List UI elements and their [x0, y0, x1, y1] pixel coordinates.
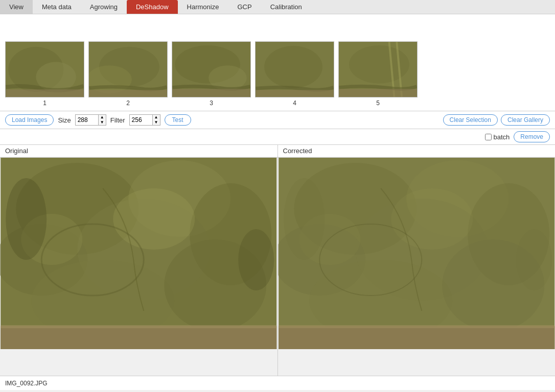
- controls-bar2-right: batch Remove: [485, 131, 550, 142]
- tab-bar: View Meta data Agrowing DeShadow Harmoni…: [0, 0, 555, 14]
- gallery-thumb-2[interactable]: 2: [88, 41, 168, 107]
- filter-label: Filter: [110, 116, 125, 124]
- gallery-thumb-img-5: [338, 41, 418, 97]
- gallery-thumb-4[interactable]: 4: [255, 41, 334, 107]
- tab-agrowing[interactable]: Agrowing: [81, 0, 127, 14]
- clear-gallery-button[interactable]: Clear Gallery: [501, 114, 550, 126]
- gallery-thumb-label-5: 5: [376, 100, 380, 107]
- controls-bar-2: batch Remove: [0, 129, 555, 145]
- load-images-button[interactable]: Load Images: [5, 114, 54, 126]
- svg-rect-11: [172, 89, 250, 97]
- gallery-thumb-img-3: [172, 41, 251, 97]
- svg-rect-31: [1, 326, 276, 349]
- corrected-panel: Corrected: [278, 145, 556, 376]
- comparison-wrapper: Original: [0, 145, 555, 376]
- tab-metadata[interactable]: Meta data: [33, 0, 81, 14]
- corrected-image: [278, 158, 556, 349]
- svg-point-33: [6, 178, 47, 260]
- corrected-image-container: [278, 158, 556, 349]
- svg-point-49: [516, 229, 552, 290]
- gallery-thumb-3[interactable]: 3: [172, 41, 251, 107]
- test-button[interactable]: Test: [165, 114, 191, 126]
- svg-rect-46: [279, 326, 554, 349]
- svg-rect-47: [279, 325, 554, 328]
- corrected-label: Corrected: [278, 145, 556, 157]
- size-spinner: ▲ ▼: [98, 114, 106, 126]
- tab-harmonize[interactable]: Harmonize: [178, 0, 228, 14]
- gallery-thumb-1[interactable]: 1: [5, 41, 84, 107]
- controls-left: Load Images Size ▲ ▼ Filter ▲ ▼ Test: [5, 114, 439, 126]
- tab-calibration[interactable]: Calibration: [261, 0, 311, 14]
- svg-point-13: [264, 46, 322, 88]
- svg-point-43: [391, 188, 473, 250]
- size-label: Size: [58, 116, 71, 124]
- tab-gcp[interactable]: GCP: [228, 0, 261, 14]
- batch-label: batch: [494, 133, 510, 141]
- remove-button[interactable]: Remove: [514, 131, 550, 142]
- gallery-thumb-label-2: 2: [126, 100, 130, 107]
- bottom-bar: IMG_0092.JPG: [0, 376, 555, 390]
- gallery-thumb-label-3: 3: [210, 100, 213, 107]
- filter-up-button[interactable]: ▲: [153, 115, 160, 120]
- filter-input[interactable]: [129, 114, 152, 126]
- controls-right: Clear Selection Clear Gallery: [443, 114, 550, 126]
- size-input[interactable]: [75, 114, 98, 126]
- filter-spinner: ▲ ▼: [152, 114, 160, 126]
- svg-rect-3: [6, 89, 83, 97]
- controls-bar-1: Load Images Size ▲ ▼ Filter ▲ ▼ Test Cle…: [0, 111, 555, 129]
- gallery-strip: 1 2: [0, 14, 555, 111]
- svg-point-28: [113, 188, 195, 250]
- gallery-thumb-label-4: 4: [293, 100, 296, 107]
- original-image-container: [0, 158, 278, 349]
- filter-input-wrap: ▲ ▼: [129, 114, 160, 126]
- filter-down-button[interactable]: ▼: [153, 120, 160, 125]
- size-up-button[interactable]: ▲: [99, 115, 106, 120]
- svg-point-48: [284, 178, 325, 260]
- batch-checkbox[interactable]: [485, 134, 492, 140]
- tab-view[interactable]: View: [0, 0, 33, 14]
- original-image: [0, 158, 278, 349]
- tab-deshadow[interactable]: DeShadow: [127, 0, 178, 14]
- svg-rect-14: [256, 90, 333, 97]
- gallery-thumb-label-1: 1: [43, 100, 47, 107]
- clear-selection-button[interactable]: Clear Selection: [443, 114, 498, 126]
- gallery-thumb-img-4: [255, 41, 334, 97]
- filename-label: IMG_0092.JPG: [5, 380, 48, 387]
- svg-point-34: [238, 229, 274, 290]
- batch-wrap: batch: [485, 133, 510, 141]
- gallery-thumb-5[interactable]: 5: [338, 41, 418, 107]
- original-label: Original: [0, 145, 278, 157]
- gallery-thumb-img-2: [88, 41, 168, 97]
- svg-rect-32: [1, 325, 276, 328]
- size-input-wrap: ▲ ▼: [75, 114, 106, 126]
- svg-rect-19: [339, 89, 417, 97]
- size-down-button[interactable]: ▼: [99, 120, 106, 125]
- svg-rect-7: [89, 90, 167, 97]
- gallery-thumb-img-1: [5, 41, 84, 97]
- original-panel: Original: [0, 145, 278, 376]
